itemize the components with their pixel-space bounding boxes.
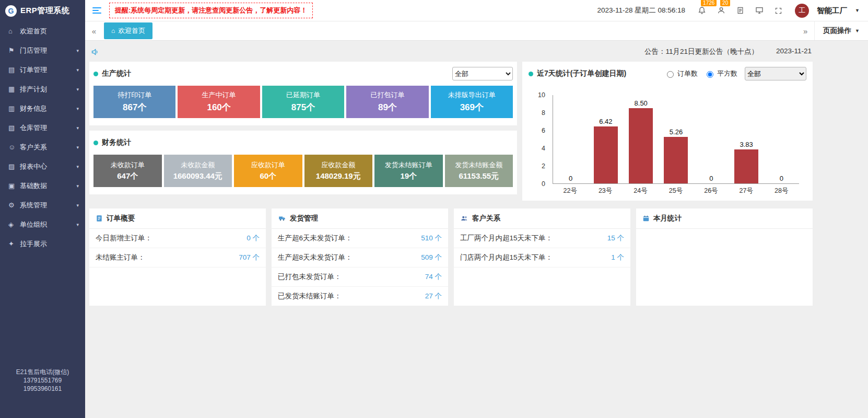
document-button[interactable]: [735, 6, 746, 15]
home-icon: ⌂: [111, 27, 115, 34]
tabs-scroll-left-icon[interactable]: «: [85, 27, 103, 36]
sidebar-item-label: 报表中心: [20, 162, 76, 171]
base-data-icon: ▣: [8, 182, 20, 190]
notifications-button[interactable]: 1726: [696, 6, 708, 15]
monitor-button[interactable]: [754, 6, 765, 15]
calendar-icon: [642, 215, 650, 222]
sidebar-item-label: 客户关系: [20, 143, 76, 152]
page-actions-dropdown[interactable]: 页面操作 ▼: [814, 21, 868, 40]
support-phone-1: 13791551769: [0, 376, 85, 385]
panel-dot-icon: [529, 72, 533, 76]
sidebar-item-finance[interactable]: ▥ 财务信息 ▾: [0, 99, 85, 118]
production-filter-select[interactable]: 全部: [452, 67, 513, 80]
y-tick-label: 4: [542, 145, 545, 152]
y-tick-label: 2: [542, 162, 545, 170]
chart-bar[interactable]: [594, 126, 618, 183]
sidebar-item-partner[interactable]: ✦ 拉手展示: [0, 234, 85, 253]
chevron-down-icon: ▾: [76, 183, 79, 189]
announcement-date: 2023-11-21: [776, 47, 812, 56]
stat-card-shipped-unsettled-orders[interactable]: 发货未结账订单 19个: [374, 155, 443, 187]
summary-value[interactable]: 74 个: [425, 272, 442, 282]
summary-row: 生产超6天未发货订单： 510 个: [272, 229, 448, 248]
customer-relations-panel: 客户关系 工厂两个月内超15天未下单： 15 个 门店两个月内超15天未下单： …: [454, 208, 630, 306]
stat-card-receivable-orders[interactable]: 应收款订单 60个: [234, 155, 302, 187]
stat-card-pending-print[interactable]: 待打印订单 867个: [93, 86, 175, 118]
app-logo[interactable]: G ERP管理系统: [0, 0, 85, 21]
chevron-down-icon: ▾: [76, 48, 79, 53]
tab-welcome[interactable]: ⌂ 欢迎首页: [104, 22, 153, 39]
chart-bar[interactable]: [664, 137, 688, 183]
summary-row: 未结账主订单： 707 个: [89, 248, 266, 268]
datetime-display: 2023-11-28 星期二 08:56:18: [597, 6, 685, 15]
x-tick-label: 22号: [553, 187, 588, 195]
x-tick-label: 24号: [623, 187, 658, 195]
summary-value[interactable]: 510 个: [421, 234, 442, 243]
tab-bar: « ⌂ 欢迎首页 » 页面操作 ▼: [85, 21, 868, 41]
user-name[interactable]: 智能工厂: [817, 6, 847, 16]
stat-card-in-production[interactable]: 生产中订单 160个: [178, 86, 260, 118]
warehouse-icon: ▧: [8, 124, 20, 132]
sidebar-item-system[interactable]: ⚙ 系统管理 ▾: [0, 195, 85, 215]
summary-value[interactable]: 509 个: [421, 253, 442, 262]
stat-card-unscheduled-export[interactable]: 未排版导出订单 369个: [431, 86, 513, 118]
square-count-radio[interactable]: [707, 71, 713, 78]
tab-label: 欢迎首页: [118, 26, 145, 36]
sidebar-item-welcome[interactable]: ⌂ 欢迎首页: [0, 21, 85, 41]
chart-y-axis: 0246810: [532, 95, 548, 184]
chart-filter-select[interactable]: 全部: [745, 67, 806, 80]
sidebar-item-reports[interactable]: ▨ 报表中心 ▾: [0, 157, 85, 176]
summary-value[interactable]: 0 个: [247, 234, 260, 243]
tabs-scroll-right-icon[interactable]: »: [796, 27, 814, 36]
summary-value[interactable]: 707 个: [239, 253, 260, 262]
x-tick-label: 25号: [658, 187, 693, 195]
stat-card-unpaid-amount[interactable]: 未收款金额 1660093.44元: [164, 155, 232, 187]
gear-icon: ⚙: [8, 201, 20, 209]
order-count-radio[interactable]: [667, 71, 674, 78]
stat-card-delayed[interactable]: 已延期订单 875个: [262, 86, 344, 118]
chart-bar[interactable]: [734, 149, 758, 183]
stat-card-receivable-amount[interactable]: 应收款金额 148029.19元: [304, 155, 373, 187]
chevron-down-icon: ▾: [76, 125, 79, 131]
stat-card-unpaid-orders[interactable]: 未收款订单 647个: [93, 155, 162, 187]
sidebar-item-label: 门店管理: [20, 46, 76, 55]
speaker-icon[interactable]: [90, 48, 99, 56]
summary-row: 工厂两个月内超15天未下单： 15 个: [454, 229, 630, 248]
stat-card-shipped-unsettled-amount[interactable]: 发货未结账金额 61153.55元: [445, 155, 513, 187]
chart-bar[interactable]: [629, 108, 653, 184]
sidebar-item-label: 系统管理: [20, 201, 76, 210]
bar-value-label: 6.42: [599, 118, 612, 125]
sidebar-item-stores[interactable]: ⚑ 门店管理 ▾: [0, 41, 85, 60]
menu-toggle-icon[interactable]: [92, 7, 101, 14]
sidebar-item-customers[interactable]: ☺ 客户关系 ▾: [0, 137, 85, 157]
sidebar-item-orders[interactable]: ▤ 订单管理 ▾: [0, 60, 85, 79]
bar-value-label: 0: [709, 175, 713, 182]
finance-stats-panel: 财务统计 未收款订单 647个 未收款金额 1660093.44元: [89, 131, 517, 194]
chart-column: 5.26: [659, 95, 694, 183]
radio-square-count[interactable]: 平方数: [704, 69, 737, 78]
summary-value[interactable]: 27 个: [425, 292, 442, 301]
customers-icon: ☺: [8, 143, 20, 151]
announcement-link[interactable]: 公告：11月21日更新公告（晚十点）: [644, 47, 758, 56]
top-header: 提醒:系统每周定期更新，请注意查阅更新公告，了解更新内容！ 2023-11-28…: [85, 0, 868, 21]
chart-column: 0: [553, 95, 588, 183]
sidebar-item-production-plan[interactable]: ▦ 排产计划 ▾: [0, 79, 85, 99]
messages-button[interactable]: 20: [715, 6, 727, 15]
summary-value[interactable]: 15 个: [607, 234, 624, 243]
sidebar-item-warehouse[interactable]: ▧ 仓库管理 ▾: [0, 118, 85, 137]
sidebar-item-organization[interactable]: ◈ 单位组织 ▾: [0, 215, 85, 234]
main-area: 提醒:系统每周定期更新，请注意查阅更新公告，了解更新内容！ 2023-11-28…: [85, 0, 868, 418]
stat-card-packed[interactable]: 已打包订单 89个: [346, 86, 428, 118]
chart-column: 0: [764, 95, 799, 183]
sidebar-item-base-data[interactable]: ▣ 基础数据 ▾: [0, 176, 85, 195]
chevron-down-icon: ▾: [76, 222, 79, 227]
avatar[interactable]: 工: [795, 4, 809, 18]
radio-order-count[interactable]: 订单数: [664, 69, 698, 78]
fullscreen-button[interactable]: [773, 7, 784, 15]
sidebar-item-label: 财务信息: [20, 104, 76, 113]
user-menu-chevron-icon[interactable]: ▼: [855, 8, 860, 13]
summary-value[interactable]: 1 个: [611, 253, 624, 262]
support-phone-2: 19953960161: [0, 385, 85, 393]
home-icon: ⌂: [8, 27, 20, 35]
partner-icon: ✦: [8, 240, 20, 248]
bar-value-label: 5.26: [670, 128, 683, 136]
